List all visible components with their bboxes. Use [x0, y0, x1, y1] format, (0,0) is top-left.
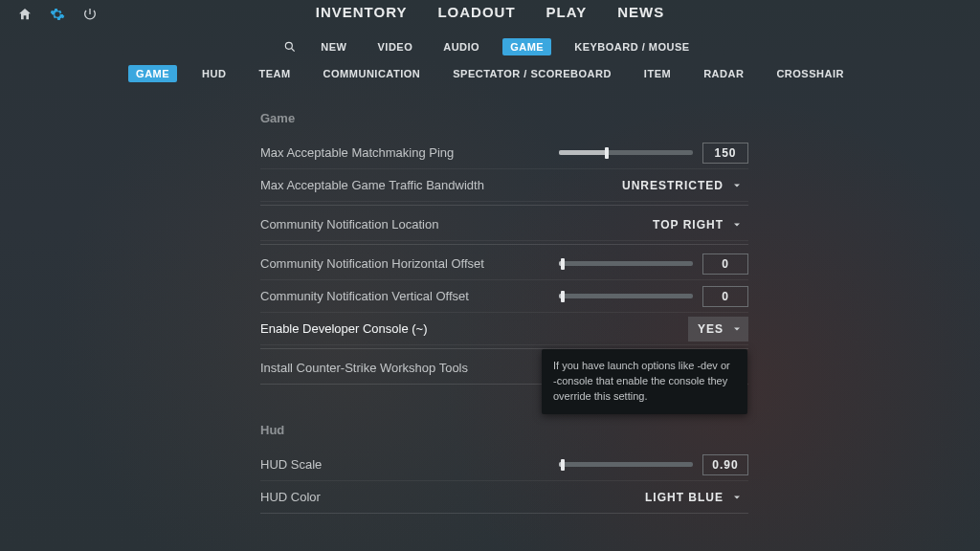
- subtab-team[interactable]: TEAM: [251, 65, 298, 82]
- row-notif-loc: Community Notification Location TOP RIGH…: [260, 209, 748, 241]
- subtab-communication[interactable]: COMMUNICATION: [316, 65, 429, 82]
- slider-hud-scale[interactable]: [559, 462, 693, 467]
- svg-point-0: [286, 42, 293, 49]
- subtab-spectator[interactable]: SPECTATOR / SCOREBOARD: [445, 65, 619, 82]
- section-hud-title: Hud: [260, 423, 748, 437]
- subtab-radar[interactable]: RADAR: [696, 65, 751, 82]
- row-notif-h: Community Notification Horizontal Offset…: [260, 248, 748, 280]
- chevron-down-icon: [731, 492, 743, 503]
- dropdown-bandwidth[interactable]: UNRESTRICTED: [612, 176, 748, 195]
- nav-news[interactable]: NEWS: [617, 4, 664, 20]
- main-nav: INVENTORY LOADOUT PLAY NEWS: [0, 4, 980, 20]
- chevron-down-icon: [731, 219, 743, 231]
- label-notif-h: Community Notification Horizontal Offset: [260, 256, 484, 271]
- search-icon[interactable]: [282, 39, 298, 55]
- row-hud-scale: HUD Scale 0.90: [260, 449, 748, 481]
- label-devconsole: Enable Developer Console (~): [260, 321, 428, 336]
- value-hud-color: LIGHT BLUE: [645, 491, 724, 504]
- nav-loadout[interactable]: LOADOUT: [437, 4, 515, 20]
- dropdown-notif-loc[interactable]: TOP RIGHT: [643, 215, 748, 234]
- slider-notif-v[interactable]: [559, 294, 693, 298]
- subtab-hud[interactable]: HUD: [194, 65, 234, 82]
- value-notif-loc: TOP RIGHT: [653, 218, 724, 231]
- settings-content: Game Max Acceptable Matchmaking Ping 150…: [260, 96, 748, 551]
- value-ping[interactable]: 150: [702, 143, 748, 164]
- label-notif-loc: Community Notification Location: [260, 217, 438, 231]
- sub-tabs: GAME HUD TEAM COMMUNICATION SPECTATOR / …: [0, 65, 980, 82]
- tab-audio[interactable]: AUDIO: [435, 38, 487, 55]
- label-notif-v: Community Notification Vertical Offset: [260, 289, 469, 303]
- section-game-title: Game: [260, 111, 748, 125]
- tooltip-devconsole: If you have launch options like -dev or …: [542, 349, 747, 414]
- tab-video[interactable]: VIDEO: [370, 38, 421, 55]
- row-notif-v: Community Notification Vertical Offset 0: [260, 280, 748, 313]
- settings-tabs: NEW VIDEO AUDIO GAME KEYBOARD / MOUSE: [0, 38, 980, 55]
- tab-game[interactable]: GAME: [502, 38, 551, 55]
- label-hud-scale: HUD Scale: [260, 457, 322, 472]
- chevron-down-icon: [731, 180, 743, 191]
- row-ping: Max Acceptable Matchmaking Ping 150: [260, 137, 748, 169]
- label-bandwidth: Max Acceptable Game Traffic Bandwidth: [260, 178, 484, 192]
- subtab-item[interactable]: ITEM: [636, 65, 679, 82]
- value-hud-scale[interactable]: 0.90: [702, 454, 748, 475]
- row-hud-color: HUD Color LIGHT BLUE: [260, 481, 748, 514]
- dropdown-devconsole[interactable]: YES: [688, 317, 748, 342]
- label-ping: Max Acceptable Matchmaking Ping: [260, 145, 454, 160]
- dropdown-hud-color[interactable]: LIGHT BLUE: [635, 488, 748, 507]
- slider-ping[interactable]: [559, 150, 693, 155]
- subtab-game[interactable]: GAME: [128, 65, 177, 82]
- subtab-crosshair[interactable]: CROSSHAIR: [768, 65, 852, 82]
- value-notif-v[interactable]: 0: [702, 286, 748, 307]
- chevron-down-icon: [731, 323, 743, 335]
- value-bandwidth: UNRESTRICTED: [622, 179, 724, 192]
- row-devconsole: Enable Developer Console (~) YES: [260, 313, 748, 345]
- label-hud-color: HUD Color: [260, 490, 321, 504]
- nav-play[interactable]: PLAY: [546, 4, 588, 20]
- nav-inventory[interactable]: INVENTORY: [316, 4, 408, 20]
- tab-new[interactable]: NEW: [313, 38, 354, 55]
- value-devconsole: YES: [698, 322, 724, 336]
- slider-notif-h[interactable]: [559, 261, 693, 266]
- row-bandwidth: Max Acceptable Game Traffic Bandwidth UN…: [260, 169, 748, 202]
- value-notif-h[interactable]: 0: [702, 253, 748, 275]
- tab-keyboard[interactable]: KEYBOARD / MOUSE: [567, 38, 697, 55]
- label-workshop: Install Counter-Strike Workshop Tools: [260, 361, 468, 375]
